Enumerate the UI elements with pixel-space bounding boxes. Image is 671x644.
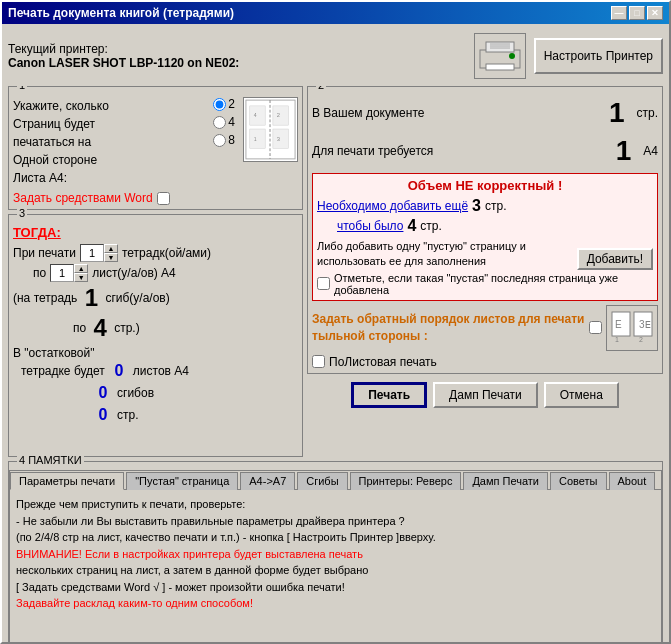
radio-8-input[interactable] xyxy=(213,134,226,147)
svg-rect-12 xyxy=(273,129,288,148)
row3b-prefix: по xyxy=(73,321,86,335)
remain-label: В "остатковой" xyxy=(13,346,94,360)
svg-point-3 xyxy=(509,53,515,59)
svg-text:2: 2 xyxy=(639,336,643,343)
panel4-wrapper: 4 ПАМЯТКИ Параметры печати "Пустая" стра… xyxy=(8,461,663,642)
close-button[interactable]: ✕ xyxy=(647,6,663,20)
doc-pages-row: В Вашем документе 1 стр. xyxy=(312,97,658,129)
page-preview-icon: 4 1 2 3 xyxy=(243,97,298,162)
polv-row: ПоЛистовая печать xyxy=(312,355,658,369)
title-bar: Печать документа книгой (тетрадями) — □ … xyxy=(2,2,669,24)
warning-add-label[interactable]: Необходимо добавить ещё xyxy=(317,199,468,213)
dump-button[interactable]: Дамп Печати xyxy=(433,382,538,408)
tetrad-label: тетрадке будет xyxy=(21,364,105,378)
remain-values: тетрадке будет 0 листов А4 0 сгибов 0 xyxy=(21,362,189,426)
empty-page-checkbox[interactable] xyxy=(317,277,330,290)
radio-group: 2 4 8 xyxy=(213,97,235,187)
spin2-down[interactable]: ▼ xyxy=(74,273,88,282)
print-row3b: по 4 стр.) xyxy=(73,314,298,342)
print-row3: (на тетрадь 1 сгиб(у/а/ов) xyxy=(13,284,298,312)
setup-printer-button[interactable]: Настроить Принтер xyxy=(534,38,663,74)
tab-4[interactable]: Принтеры: Реверс xyxy=(350,472,462,490)
printer-label: Текущий принтер: xyxy=(8,42,466,56)
radio-4-input[interactable] xyxy=(213,116,226,129)
word-row: Задать средствами Word xyxy=(13,191,298,205)
print-row1: При печати ▲ ▼ тетрадк(ой/ами) xyxy=(13,244,298,262)
check-row: Отметьте, если такая "пустая" последняя … xyxy=(317,272,653,296)
word-checkbox[interactable] xyxy=(157,192,170,205)
row1-suffix: тетрадк(ой/ами) xyxy=(122,246,211,260)
section1-text-block: Укажите, сколько Страниц будет печататьс… xyxy=(13,97,209,187)
reverse-icon: E Ǝ 3 1 2 xyxy=(606,305,658,351)
left-panel: 1 Укажите, сколько Страниц будет печатат… xyxy=(8,86,303,457)
remain-row-str: 0 стр. xyxy=(93,406,189,424)
suffix-a4: листов А4 xyxy=(133,364,189,378)
row3b-suffix: стр.) xyxy=(114,321,140,335)
print-req-format: А4 xyxy=(643,144,658,158)
title-bar-buttons: — □ ✕ xyxy=(611,6,663,20)
doc-pages-value: 1 xyxy=(609,97,625,129)
tab-3[interactable]: Сгибы xyxy=(297,472,347,490)
reverse-row: Задать обратный порядок листов для печат… xyxy=(312,305,658,351)
bottom-warning: Задавайте расклад каким-то одним способо… xyxy=(16,597,253,609)
maximize-button[interactable]: □ xyxy=(629,6,645,20)
tab-0[interactable]: Параметры печати xyxy=(10,472,124,490)
section1-content: Укажите, сколько Страниц будет печататьс… xyxy=(13,97,298,187)
val-a4: 0 xyxy=(109,362,129,380)
section3-label: 3 xyxy=(17,207,27,219)
spin1-up[interactable]: ▲ xyxy=(104,244,118,253)
spin2-arrows: ▲ ▼ xyxy=(74,264,88,282)
warning-to-suffix: стр. xyxy=(420,219,442,233)
tab-6[interactable]: Советы xyxy=(550,472,606,490)
polv-label: ПоЛистовая печать xyxy=(329,355,437,369)
row3-prefix: (на тетрадь xyxy=(13,291,77,305)
tab-1[interactable]: "Пустая" страница xyxy=(126,472,238,490)
doc-pages-suffix: стр. xyxy=(636,106,658,120)
top-row: Текущий принтер: Canon LASER SHOT LBP-11… xyxy=(8,30,663,82)
remain-rows: тетрадке будет 0 листов А4 0 сгибов 0 xyxy=(13,362,298,426)
add-button[interactable]: Добавить! xyxy=(577,248,653,270)
section2-box: 2 В Вашем документе 1 стр. Для печати тр… xyxy=(307,86,663,374)
val-str: 0 xyxy=(93,406,113,424)
cancel-button[interactable]: Отмена xyxy=(544,382,619,408)
warning-to-label[interactable]: чтобы было xyxy=(337,219,403,233)
main-content: 1 Укажите, сколько Страниц будет печатат… xyxy=(8,86,663,457)
spin1: ▲ ▼ xyxy=(80,244,118,262)
warning-add-section: Либо добавить одну "пустую" страницу и и… xyxy=(317,239,653,270)
tab-2[interactable]: А4->А7 xyxy=(240,472,295,490)
svg-rect-9 xyxy=(250,106,265,125)
reverse-label: Задать обратный порядок листов для печат… xyxy=(312,312,584,343)
svg-text:Ǝ: Ǝ xyxy=(645,319,651,330)
spin2-up[interactable]: ▲ xyxy=(74,264,88,273)
doc-pages-label: В Вашем документе xyxy=(312,106,601,120)
radio-2[interactable]: 2 xyxy=(213,97,235,111)
section3-title: ТОГДА: xyxy=(13,225,298,240)
radio-2-input[interactable] xyxy=(213,98,226,111)
warning-title: Объем НЕ корректный ! xyxy=(317,178,653,193)
tab-bar: Параметры печати "Пустая" страница А4->А… xyxy=(10,471,661,490)
section1-text: Укажите, сколько Страниц будет печататьс… xyxy=(13,97,209,187)
row2-prefix: по xyxy=(33,266,46,280)
warning-add-value: 3 xyxy=(472,197,481,215)
section1-box: 1 Укажите, сколько Страниц будет печатат… xyxy=(8,86,303,210)
reverse-checkbox[interactable] xyxy=(589,321,602,334)
panel4-label: 4 ПАМЯТКИ xyxy=(17,454,84,466)
radio-4[interactable]: 4 xyxy=(213,115,235,129)
tab-text: Прежде чем приступить к печати, проверьт… xyxy=(16,496,655,612)
tab-5[interactable]: Дамп Печати xyxy=(463,472,548,490)
row3b-value: 4 xyxy=(90,314,110,342)
tab-7[interactable]: About xyxy=(609,472,656,490)
section2-label: 2 xyxy=(316,86,326,91)
minimize-button[interactable]: — xyxy=(611,6,627,20)
print-button[interactable]: Печать xyxy=(351,382,427,408)
remain-row-sgib: 0 сгибов xyxy=(93,384,189,402)
window-title: Печать документа книгой (тетрадями) xyxy=(8,6,234,20)
spin2: ▲ ▼ xyxy=(50,264,88,282)
radio-8[interactable]: 8 xyxy=(213,133,235,147)
spin1-input[interactable] xyxy=(80,244,104,262)
polv-checkbox[interactable] xyxy=(312,355,325,368)
spin1-down[interactable]: ▼ xyxy=(104,253,118,262)
spin2-input[interactable] xyxy=(50,264,74,282)
print-req-label: Для печати требуется xyxy=(312,144,608,158)
tab-content: Прежде чем приступить к печати, проверьт… xyxy=(10,490,661,642)
